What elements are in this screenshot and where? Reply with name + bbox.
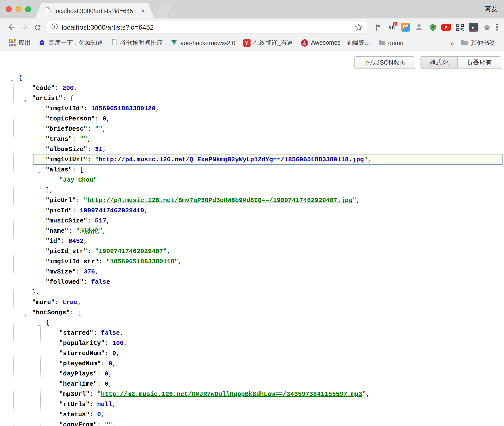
page-content: 下载JSON数据 格式化 折叠所有 ▼{"code": 200,▼"artist… [0,51,504,426]
extension-player-icon[interactable]: ▶ [469,22,478,32]
json-token: "more" [32,299,55,306]
json-token: }, [32,289,40,296]
json-token: : [55,299,62,306]
json-token: : [87,248,95,255]
bookmark-awesomes[interactable]: A Awesomes - 前端资… [297,37,374,49]
bookmark-demo-folder[interactable]: demo [374,38,407,48]
extension-translate-icon[interactable]: en 英 [387,22,397,32]
json-token: "18569651883380118" [106,258,178,265]
window-minimize-button[interactable] [16,6,21,12]
collapse-toggle-icon[interactable]: ▼ [11,76,13,86]
profile-name[interactable]: 阿发 [485,5,497,14]
json-token: , [112,360,116,367]
json-token: 376 [84,268,95,275]
json-token: " [364,156,368,163]
json-token: { [46,319,50,326]
page-info-icon[interactable] [51,23,58,32]
json-line: "musicSize": 517, [0,216,504,226]
bookmark-google-sort[interactable]: 谷歌按时间排序 [107,37,167,49]
json-token: , [109,370,112,377]
json-token: : [105,350,112,357]
extension-shield-icon[interactable] [428,22,437,32]
collapse-toggle-icon[interactable]: ▼ [24,310,27,321]
json-token: 100 [112,340,124,347]
json-token: , [112,401,116,408]
json-line: "albumSize": 31, [0,144,504,154]
json-token: "img1v1Id" [46,105,84,112]
bookmark-star-icon[interactable] [355,23,363,31]
collapse-toggle-icon[interactable]: ▼ [38,168,40,178]
json-url-link[interactable]: http://m2.music.126.net/RMJR7wDullRqppBk… [101,391,362,398]
new-tab-button[interactable] [154,4,172,18]
json-token: "briefDesc" [46,125,87,133]
json-line: ▼{ [0,318,504,328]
address-bar[interactable]: localhost:3000/artists?id=6452 [47,21,367,34]
json-toolbar: 下载JSON数据 格式化 折叠所有 [355,56,501,69]
json-line: ▼"hotSongs": [ [0,307,504,318]
json-token: , [366,391,370,398]
json-token: , [77,299,81,306]
json-token: , [124,340,127,347]
extension-paw-icon[interactable] [482,22,492,32]
back-button[interactable] [5,21,18,34]
json-line: "mp3Url": "http://m2.music.126.net/RMJR7… [0,389,504,399]
browser-menu-icon[interactable] [495,22,499,32]
json-token: "status" [59,411,90,418]
browser-tab[interactable]: localhost:3000/artists?id=645 × [35,3,154,18]
json-token: , [106,115,110,122]
json-token: : [76,197,84,204]
folder-icon [378,39,385,47]
json-line: ▼{ [0,73,504,83]
extension-youtube-icon[interactable] [441,24,451,31]
extension-icons: en 英 FE ▶ [373,22,492,32]
json-token: 0 [105,380,109,388]
window-zoom-button[interactable] [25,6,31,12]
json-token: , [74,85,78,92]
collapse-toggle-icon[interactable]: ▼ [38,321,40,331]
url-text[interactable]: localhost:3000/artists?id=6452 [62,23,154,31]
json-token: "19097417462929407" [95,248,167,255]
vue-logo-icon [170,39,178,47]
json-line: "topicPerson": 0, [0,114,504,124]
browser-window: localhost:3000/artists?id=645 × 阿发 local… [0,0,504,426]
format-button[interactable]: 格式化 [420,56,458,69]
bookmark-youdao[interactable]: Y 在线翻译_有道 [239,37,297,49]
json-token: "artist" [32,95,62,102]
collapse-toggle-icon[interactable]: ▼ [24,96,27,106]
json-token: 200 [62,85,74,92]
json-token: "topicPerson" [46,115,95,122]
json-line: "more": true, [0,297,504,307]
window-close-button[interactable] [6,6,12,12]
json-token: "name" [46,227,68,235]
collapse-all-button[interactable]: 折叠所有 [457,56,501,69]
json-line: ▼"artist": { [0,93,504,103]
json-url-link[interactable]: http://p4.music.126.net/8mv7qP30Pd3oHW8b… [87,197,353,204]
json-token: : [97,370,105,377]
apps-grid-icon [9,39,16,47]
extension-flag-icon[interactable] [373,22,383,32]
json-token: "picId" [46,207,72,214]
extension-profile-icon[interactable] [414,22,424,32]
json-line: "playedNum": 0, [0,358,504,369]
folder-icon [461,39,468,47]
forward-button[interactable] [18,21,31,34]
json-url-link[interactable]: http://p4.music.126.net/Q_ExePNkmgB2yWyL… [99,156,364,163]
json-token: "" [95,125,102,133]
json-token: , [112,421,116,426]
bookmark-apps[interactable]: 应用 [5,37,34,49]
json-token: false [91,278,110,286]
download-json-button[interactable]: 下载JSON数据 [355,56,415,69]
bookmark-baidu[interactable]: 百度一下，你就知道 [34,37,107,49]
json-token: : [55,85,62,92]
json-token: : [84,278,91,286]
reload-button[interactable] [31,21,44,34]
json-line: "starred": false, [0,328,504,338]
other-bookmarks[interactable]: 其他书签 [457,37,499,49]
json-token: : [72,207,80,214]
extension-qrcode-icon[interactable] [455,22,465,32]
tab-close-icon[interactable]: × [141,8,145,14]
bookmark-vue-hackernews[interactable]: vue-hackernews-2.0 [167,38,239,48]
bookmarks-overflow-chevron[interactable]: » [447,39,457,47]
json-token: 0 [105,370,109,377]
extension-fehelper-icon[interactable]: FE [401,22,410,32]
